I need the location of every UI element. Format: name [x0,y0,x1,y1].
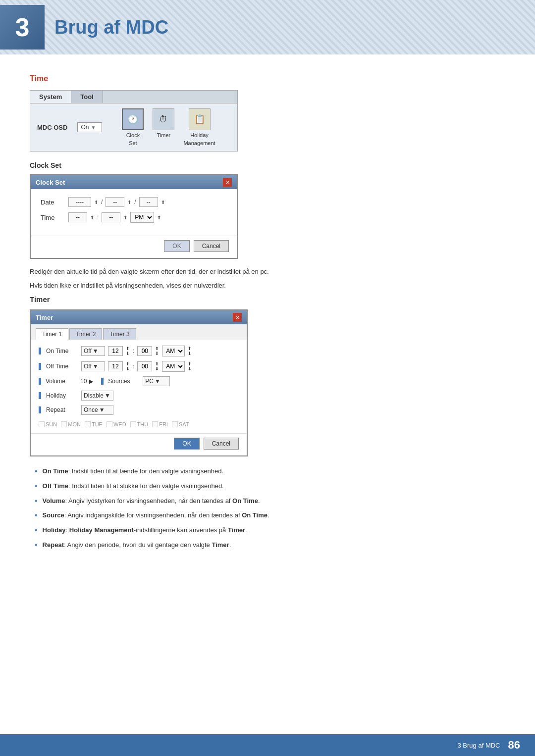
on-time-ampm[interactable]: AM PM [162,346,185,356]
clock-cancel-button[interactable]: Cancel [194,240,229,252]
timer-tab-2[interactable]: Timer 2 [69,328,102,340]
slash-1: / [101,199,103,205]
clock-dialog-close-button[interactable]: ✕ [223,178,232,187]
off-time-hour[interactable] [108,361,123,371]
bullet-text-1: On Time: Indstil tiden til at tænde for … [43,466,223,476]
off-time-min[interactable] [137,361,152,371]
mon-checkbox[interactable] [61,421,67,427]
day-wed: WED [107,421,126,427]
fri-checkbox[interactable] [152,421,158,427]
spin-up-2[interactable]: ⬆ [127,200,131,205]
spin-up-1[interactable]: ⬆ [94,200,98,205]
off-time-dropdown[interactable]: Off ▼ [81,361,105,371]
holiday-label: Holiday [46,392,78,399]
timer-dialog-titlebar: Timer ✕ [31,310,247,324]
off-time-colon: : [133,363,134,370]
tab-tool[interactable]: Tool [71,91,103,103]
spin-up-tm[interactable]: ⬆ [123,215,127,220]
holiday-icon: 📋 [189,108,211,130]
on-time-dropdown[interactable]: Off ▼ [81,346,105,356]
on-time-spin-h[interactable]: ⬆⬇ [126,346,130,356]
timer-dialog-title: Timer [36,314,53,321]
timer-tab-1[interactable]: Timer 1 [36,328,68,340]
sun-label: SUN [46,421,57,427]
wed-checkbox[interactable] [107,421,112,427]
on-time-row: On Time Off ▼ ⬆⬇ : ⬆⬇ AM PM ⬆⬇ [39,346,239,356]
page-title: Brug af MDC [54,17,168,38]
bullet-inline-5b: Timer [228,526,245,534]
footer-page-number: 86 [508,739,520,752]
time-field-h[interactable] [68,212,87,222]
on-time-colon: : [133,348,134,354]
clock-set-icon-item[interactable]: 🕐 Clock Set [122,108,144,146]
repeat-dropdown-arrow: ▼ [99,406,105,413]
time-section-title: Time [30,74,505,83]
day-thu: THU [130,421,149,427]
thu-checkbox[interactable] [130,421,136,427]
mon-label: MON [68,421,81,427]
sources-label: Sources [108,378,140,385]
clock-dialog-titlebar: Clock Set ✕ [31,175,237,189]
off-time-spin-h[interactable]: ⬆⬇ [126,361,130,371]
tue-label: TUE [92,421,103,427]
sat-label: SAT [179,421,189,427]
holiday-value: Disable [84,392,104,399]
on-time-ampm-spin[interactable]: ⬆⬇ [188,346,192,356]
bullet-text-6: Repeat: Angiv den periode, hvori du vil … [43,540,231,550]
spin-up-ampm[interactable]: ⬆ [157,215,161,220]
icon-group: 🕐 Clock Set ⏱ Timer 📋 Holiday Management [122,108,215,146]
bullet-volume: • Volume: Angiv lydstyrken for visningse… [35,496,505,506]
sun-checkbox[interactable] [39,421,45,427]
on-time-value: Off [84,348,92,354]
repeat-label: Repeat [46,406,78,413]
clock-dialog-title: Clock Set [36,179,65,186]
date-row: Date ⬆ / ⬆ / ⬆ [41,197,227,207]
time-label: Time [41,214,65,221]
off-time-ampm-spin[interactable]: ⬆⬇ [188,361,192,371]
clock-dialog-footer: OK Cancel [31,236,237,258]
clock-ok-button[interactable]: OK [164,240,189,252]
repeat-row: Repeat Once ▼ [39,405,239,415]
spin-up-th[interactable]: ⬆ [90,215,94,220]
header-right: Brug af MDC [54,17,535,38]
timer-tab-3[interactable]: Timer 3 [103,328,136,340]
off-time-ampm[interactable]: AM PM [162,361,185,372]
timer-icon-item[interactable]: ⏱ Timer [153,108,174,146]
off-time-label: Off Time [46,363,78,370]
bullet-dot-3: • [35,496,38,506]
day-sat: SAT [172,421,189,427]
volume-indicator [39,378,41,385]
bullet-repeat: • Repeat: Angiv den periode, hvori du vi… [35,540,505,551]
sources-dropdown[interactable]: PC ▼ [143,376,170,386]
timer-ok-button[interactable]: OK [174,438,199,450]
timer-cancel-button[interactable]: Cancel [204,438,239,450]
date-field-3[interactable] [139,197,158,207]
repeat-dropdown[interactable]: Once ▼ [81,405,113,415]
volume-arrow-icon[interactable]: ▶ [89,378,93,385]
timer-dialog-close-button[interactable]: ✕ [233,313,242,322]
holiday-icon-item[interactable]: 📋 Holiday Management [183,108,215,146]
sat-checkbox[interactable] [172,421,178,427]
bullet-inline-3: On Time [232,497,258,504]
on-time-hour[interactable] [108,346,123,356]
footer-label: 3 Brug af MDC [458,742,500,749]
on-dropdown[interactable]: On ▼ [77,122,102,132]
tue-checkbox[interactable] [85,421,91,427]
ampm-select[interactable]: PM AM [130,212,154,223]
spin-up-3[interactable]: ⬆ [161,200,165,205]
on-time-min[interactable] [137,346,152,356]
sources-dropdown-arrow: ▼ [155,378,160,385]
bullet-text-5: Holiday: Holiday Management-indstillinge… [43,525,247,535]
chapter-number: 3 [15,12,30,42]
off-time-value: Off [84,363,92,370]
off-time-spin-m[interactable]: ⬆⬇ [155,361,159,371]
holiday-row: Holiday Disable ▼ [39,391,239,401]
mdc-osd-label: MDC OSD [37,124,67,131]
holiday-dropdown[interactable]: Disable ▼ [81,391,113,401]
date-field-2[interactable] [106,197,124,207]
off-time-row: Off Time Off ▼ ⬆⬇ : ⬆⬇ AM PM ⬆⬇ [39,361,239,372]
on-time-spin-m[interactable]: ⬆⬇ [155,346,159,356]
date-field-1[interactable] [68,197,91,207]
time-field-m[interactable] [102,212,120,222]
tab-system[interactable]: System [30,91,71,103]
